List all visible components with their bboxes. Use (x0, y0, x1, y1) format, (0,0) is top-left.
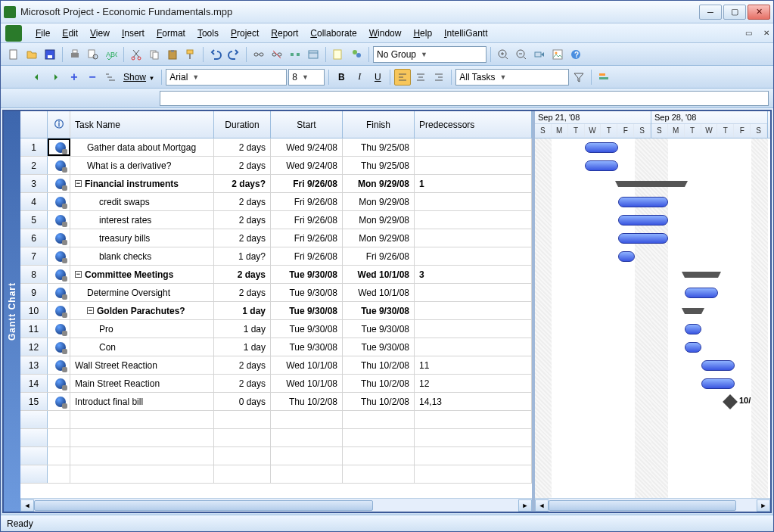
cell-predecessors[interactable]: 12 (415, 375, 532, 392)
cell-predecessors[interactable] (415, 302, 532, 319)
spelling-icon[interactable]: ABC (103, 46, 120, 63)
cell-finish[interactable]: Mon 9/29/08 (343, 175, 415, 192)
autofilter-icon[interactable] (570, 69, 587, 86)
cell-finish[interactable]: Wed 10/1/08 (343, 284, 415, 301)
cell-taskname[interactable]: Wall Street Reaction (70, 356, 214, 374)
cell-taskname[interactable] (70, 411, 214, 428)
info-column-header[interactable]: ⓘ (48, 111, 70, 138)
cell-predecessors[interactable]: 1 (415, 175, 532, 192)
menu-collaborate[interactable]: Collaborate (304, 26, 362, 41)
cell-finish[interactable] (343, 429, 415, 446)
zoom-out-icon[interactable] (513, 46, 530, 63)
table-row[interactable]: 3−Financial instruments2 days?Fri 9/26/0… (20, 175, 532, 193)
task-info-icon[interactable] (305, 46, 322, 63)
column-header-taskname[interactable]: Task Name (70, 111, 214, 138)
cell-finish[interactable]: Tue 9/30/08 (343, 302, 415, 319)
copy-picture-icon[interactable] (549, 46, 566, 63)
minimize-button[interactable]: ─ (699, 5, 722, 20)
mdi-restore-button[interactable]: ▭ (741, 27, 755, 39)
cell-start[interactable]: Fri 9/26/08 (271, 193, 343, 210)
milestone-icon[interactable] (723, 394, 738, 409)
table-row[interactable]: 2What is a derivative?2 daysWed 9/24/08T… (20, 157, 532, 175)
cell-finish[interactable]: Fri 9/26/08 (343, 247, 415, 265)
menu-window[interactable]: Window (363, 26, 408, 41)
underline-icon[interactable]: U (369, 69, 386, 86)
table-row[interactable]: 7blank checks1 day?Fri 9/26/08Fri 9/26/0… (20, 247, 532, 266)
save-icon[interactable] (42, 46, 58, 63)
assign-resources-icon[interactable] (348, 46, 365, 63)
info-cell[interactable] (48, 465, 70, 483)
paste-icon[interactable] (164, 46, 181, 63)
row-number[interactable]: 4 (20, 193, 48, 210)
collapse-icon[interactable]: − (75, 271, 82, 278)
cell-finish[interactable]: Thu 10/2/08 (343, 375, 415, 392)
cell-start[interactable]: Wed 9/24/08 (271, 138, 343, 156)
info-cell[interactable] (48, 211, 70, 229)
cell-predecessors[interactable]: 14,13 (415, 393, 532, 410)
cell-duration[interactable]: 2 days (214, 157, 271, 174)
cell-finish[interactable]: Mon 9/29/08 (343, 229, 415, 247)
cell-taskname[interactable] (70, 465, 214, 483)
cell-duration[interactable]: 2 days (214, 211, 271, 229)
cell-finish[interactable]: Thu 9/25/08 (343, 138, 415, 156)
menu-edit[interactable]: Edit (56, 26, 84, 41)
view-bar[interactable]: Gantt Chart (4, 111, 20, 512)
undo-icon[interactable] (207, 46, 224, 63)
info-cell[interactable] (48, 375, 70, 392)
menu-view[interactable]: View (84, 26, 116, 41)
cell-duration[interactable]: 1 day (214, 320, 271, 338)
cell-taskname[interactable]: −Financial instruments (70, 175, 214, 192)
cell-finish[interactable] (343, 465, 415, 483)
cell-start[interactable]: Tue 9/30/08 (271, 284, 343, 301)
new-icon[interactable] (5, 46, 22, 63)
table-hscroll[interactable]: ◄ ► (20, 498, 532, 512)
cell-finish[interactable]: Thu 10/2/08 (343, 356, 415, 374)
column-header-duration[interactable]: Duration (214, 111, 271, 138)
copy-icon[interactable] (146, 46, 163, 63)
summary-bar[interactable] (685, 308, 701, 314)
scroll-left-icon[interactable]: ◄ (20, 499, 34, 512)
print-preview-icon[interactable] (85, 46, 101, 63)
cell-finish[interactable]: Mon 9/29/08 (343, 211, 415, 229)
cell-taskname[interactable]: Gather data about Mortgag (70, 138, 214, 156)
show-outline-icon[interactable] (102, 69, 119, 86)
unlink-task-icon[interactable] (269, 46, 285, 63)
cell-taskname[interactable]: interest rates (70, 211, 214, 229)
cell-duration[interactable] (214, 429, 271, 446)
align-center-icon[interactable] (412, 69, 429, 86)
font-combo[interactable]: Arial▼ (166, 69, 287, 86)
close-button[interactable]: ✕ (748, 5, 770, 20)
menu-intelligantt[interactable]: IntelliGantt (438, 26, 493, 41)
row-number[interactable]: 11 (20, 320, 48, 338)
select-all-header[interactable] (20, 111, 48, 138)
table-row[interactable]: 9Determine Oversight2 daysTue 9/30/08Wed… (20, 284, 532, 302)
open-icon[interactable] (23, 46, 40, 63)
cell-duration[interactable]: 0 days (214, 393, 271, 410)
cell-finish[interactable]: Thu 10/2/08 (343, 393, 415, 410)
menu-help[interactable]: Help (407, 26, 438, 41)
group-combo[interactable]: No Group▼ (373, 46, 486, 63)
row-number[interactable]: 1 (20, 138, 48, 156)
row-number[interactable]: 15 (20, 393, 48, 410)
info-cell[interactable] (48, 429, 70, 446)
collapse-icon[interactable]: − (75, 180, 82, 187)
row-number[interactable]: 5 (20, 211, 48, 229)
cell-duration[interactable] (214, 465, 271, 483)
show-menu[interactable]: Show ▼ (120, 72, 157, 82)
link-task-icon[interactable] (250, 46, 267, 63)
help-icon[interactable]: ? (567, 46, 584, 63)
cell-duration[interactable]: 2 days (214, 356, 271, 374)
cell-predecessors[interactable] (415, 447, 532, 465)
info-cell[interactable] (48, 266, 70, 283)
task-notes-icon[interactable] (330, 46, 347, 63)
table-row[interactable]: 12Con1 dayTue 9/30/08Tue 9/30/08 (20, 338, 532, 356)
hide-subtasks-icon[interactable]: − (84, 69, 101, 86)
task-bar[interactable] (618, 197, 668, 207)
cell-duration[interactable]: 2 days (214, 284, 271, 301)
info-cell[interactable] (48, 157, 70, 174)
cell-predecessors[interactable] (415, 338, 532, 356)
info-cell[interactable] (48, 175, 70, 192)
info-cell[interactable] (48, 193, 70, 210)
cell-start[interactable]: Fri 9/26/08 (271, 175, 343, 192)
cell-predecessors[interactable]: 11 (415, 356, 532, 374)
